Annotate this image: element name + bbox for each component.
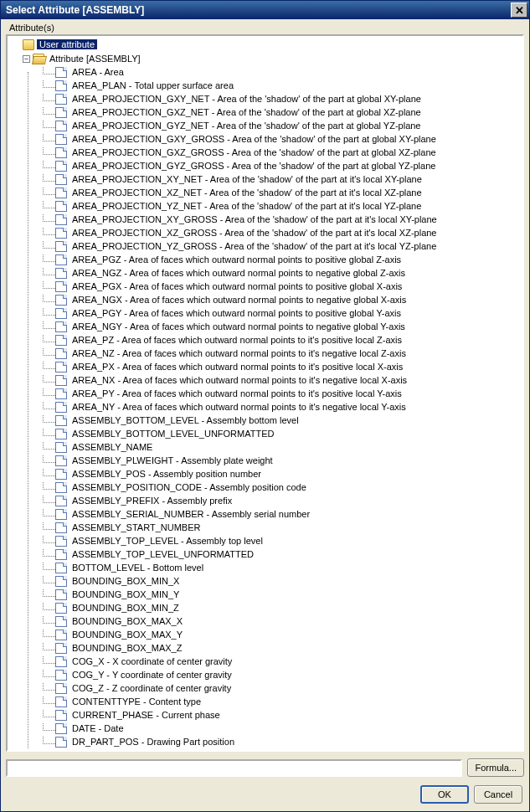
tree-item[interactable]: ASSEMBLY_TOP_LEVEL_UNFORMATTED xyxy=(8,547,522,561)
tree-item[interactable]: AREA_PROJECTION_GXY_NET - Area of the 's… xyxy=(8,92,522,105)
window-title: Select Attribute [ASSEMBLY] xyxy=(6,4,144,16)
tree-item[interactable]: AREA_PROJECTION_GXZ_NET - Area of the 's… xyxy=(8,105,522,119)
tree-item-label: BOUNDING_BOX_MIN_Y xyxy=(69,589,182,599)
tree-item[interactable]: AREA_NGX - Area of faces which outward n… xyxy=(8,293,522,306)
tree-item[interactable]: BOTTOM_LEVEL - Bottom level xyxy=(8,561,522,574)
tree-item[interactable]: ASSEMBLY_POS - Assembly position number xyxy=(8,467,522,481)
tree-item[interactable]: BOUNDING_BOX_MIN_Z xyxy=(8,601,522,614)
tree-item[interactable]: AREA_PZ - Area of faces which outward no… xyxy=(8,333,522,347)
formula-button[interactable]: Formula... xyxy=(467,758,524,777)
tree-item[interactable]: DR_PART_POS - Drawing Part position xyxy=(8,735,522,748)
tree-item[interactable]: ASSEMBLY_PLWEIGHT - Assembly plate weigh… xyxy=(8,454,522,467)
tree-item[interactable]: AREA_PROJECTION_GYZ_GROSS - Area of the … xyxy=(8,159,522,172)
tree-node-attribute-assembly[interactable]: − Attribute [ASSEMBLY] xyxy=(8,52,522,65)
page-icon xyxy=(55,254,67,265)
tree-item[interactable]: ASSEMBLY_TOP_LEVEL - Assembly top level xyxy=(8,534,522,547)
node-label: Attribute [ASSEMBLY] xyxy=(47,54,143,64)
title-bar: Select Attribute [ASSEMBLY] ✕ xyxy=(1,1,529,19)
cancel-button[interactable]: Cancel xyxy=(474,785,522,804)
tree-item[interactable]: AREA_NGZ - Area of faces which outward n… xyxy=(8,266,522,280)
tree-item-label: AREA_PROJECTION_YZ_NET - Area of the 'sh… xyxy=(69,201,424,211)
tree-item[interactable]: CURRENT_PHASE - Current phase xyxy=(8,708,522,722)
tree-item-label: AREA_PLAN - Total upper surface area xyxy=(69,80,236,90)
page-icon xyxy=(55,362,67,373)
tree-item[interactable]: BOUNDING_BOX_MIN_X xyxy=(8,574,522,588)
tree-item[interactable]: CONTENTTYPE - Content type xyxy=(8,695,522,708)
tree-node-user-attribute[interactable]: User attribute xyxy=(8,38,522,51)
tree-item[interactable]: AREA_PROJECTION_XY_NET - Area of the 'sh… xyxy=(8,172,522,186)
page-icon xyxy=(55,134,67,145)
attribute-tree-scroll[interactable]: User attribute − Attribute [ASSEMBLY] AR… xyxy=(8,36,522,750)
tree-item[interactable]: BOUNDING_BOX_MAX_Y xyxy=(8,628,522,641)
close-button[interactable]: ✕ xyxy=(511,3,527,18)
page-icon xyxy=(55,643,67,654)
tree-item[interactable]: AREA_PROJECTION_GYZ_NET - Area of the 's… xyxy=(8,119,522,132)
folder-icon xyxy=(23,39,34,50)
tree-item-label: AREA_NGZ - Area of faces which outward n… xyxy=(69,268,408,278)
page-icon xyxy=(55,281,67,292)
tree-item[interactable]: AREA_PROJECTION_GXZ_GROSS - Area of the … xyxy=(8,146,522,159)
tree-item[interactable]: COG_X - X coordinate of center gravity xyxy=(8,655,522,668)
tree-item[interactable]: AREA_PLAN - Total upper surface area xyxy=(8,79,522,92)
page-icon xyxy=(55,321,67,332)
tree-item[interactable]: BOUNDING_BOX_MIN_Y xyxy=(8,588,522,601)
tree-item[interactable]: AREA_PROJECTION_YZ_NET - Area of the 'sh… xyxy=(8,199,522,213)
attribute-input[interactable] xyxy=(6,759,462,777)
page-icon xyxy=(55,201,67,212)
tree-item-label: AREA_NGX - Area of faces which outward n… xyxy=(69,295,409,305)
tree-item-label: CONTENTTYPE - Content type xyxy=(69,696,203,707)
tree-item[interactable]: ASSEMBLY_NAME xyxy=(8,440,522,454)
tree-item-label: CURRENT_PHASE - Current phase xyxy=(69,710,223,720)
tree-item[interactable]: AREA_PROJECTION_XZ_GROSS - Area of the '… xyxy=(8,226,522,239)
tree-item-label: ASSEMBLY_POSITION_CODE - Assembly positi… xyxy=(69,482,309,492)
tree-item-label: AREA_PROJECTION_GXY_NET - Area of the 's… xyxy=(69,94,424,104)
page-icon xyxy=(55,589,67,600)
tree-item[interactable]: COG_Z - Z coordinate of center gravity xyxy=(8,681,522,695)
tree-item[interactable]: ASSEMBLY_BOTTOM_LEVEL - Assembly bottom … xyxy=(8,414,522,427)
tree-item[interactable]: AREA_PGY - Area of faces which outward n… xyxy=(8,306,522,320)
tree-item-label: AREA_PROJECTION_XY_GROSS - Area of the '… xyxy=(69,214,440,224)
tree-item[interactable]: COG_Y - Y coordinate of center gravity xyxy=(8,668,522,681)
page-icon xyxy=(55,723,67,734)
tree-item[interactable]: ASSEMBLY_POSITION_CODE - Assembly positi… xyxy=(8,481,522,494)
tree-item[interactable]: ASSEMBLY_PREFIX - Assembly prefix xyxy=(8,494,522,507)
tree-item[interactable]: AREA_NX - Area of faces which outward no… xyxy=(8,373,522,387)
page-icon xyxy=(55,737,67,748)
tree-item[interactable]: AREA_PY - Area of faces which outward no… xyxy=(8,387,522,400)
tree-item[interactable]: ASSEMBLY_BOTTOM_LEVEL_UNFORMATTED xyxy=(8,427,522,440)
tree-item[interactable]: AREA_PROJECTION_GXY_GROSS - Area of the … xyxy=(8,132,522,146)
page-icon xyxy=(55,174,67,185)
tree-item[interactable]: AREA_PROJECTION_YZ_GROSS - Area of the '… xyxy=(8,239,522,253)
tree-item[interactable]: DATE - Date xyxy=(8,722,522,735)
tree-item[interactable]: AREA_PGZ - Area of faces which outward n… xyxy=(8,253,522,266)
page-icon xyxy=(55,268,67,279)
tree-item[interactable]: AREA - Area xyxy=(8,65,522,79)
page-icon xyxy=(55,241,67,252)
tree-item[interactable]: BOUNDING_BOX_MAX_X xyxy=(8,614,522,628)
tree-item-label: AREA_PGY - Area of faces which outward n… xyxy=(69,308,404,318)
page-icon xyxy=(55,616,67,627)
tree-item-label: ASSEMBLY_BOTTOM_LEVEL_UNFORMATTED xyxy=(69,429,276,439)
tree-item[interactable]: ASSEMBLY_START_NUMBER xyxy=(8,521,522,534)
dialog-buttons: OK Cancel xyxy=(1,780,529,812)
tree-item-label: AREA_PROJECTION_GXZ_NET - Area of the 's… xyxy=(69,107,424,117)
tree-item[interactable]: AREA_NZ - Area of faces which outward no… xyxy=(8,347,522,360)
page-icon xyxy=(55,94,67,105)
tree-item-label: AREA_PROJECTION_GXY_GROSS - Area of the … xyxy=(69,134,439,144)
tree-item[interactable]: BOUNDING_BOX_MAX_Z xyxy=(8,641,522,655)
collapse-icon[interactable]: − xyxy=(23,55,30,63)
page-icon xyxy=(55,388,67,399)
page-icon xyxy=(55,80,67,91)
page-icon xyxy=(55,549,67,560)
tree-item[interactable]: AREA_PX - Area of faces which outward no… xyxy=(8,360,522,373)
ok-button[interactable]: OK xyxy=(420,785,469,804)
tree-item[interactable]: AREA_PGX - Area of faces which outward n… xyxy=(8,280,522,293)
tree-item[interactable]: AREA_NY - Area of faces which outward no… xyxy=(8,400,522,414)
page-icon xyxy=(55,670,67,681)
tree-item[interactable]: ASSEMBLY_SERIAL_NUMBER - Assembly serial… xyxy=(8,507,522,521)
tree-item-label: ASSEMBLY_TOP_LEVEL - Assembly top level xyxy=(69,536,265,546)
tree-item[interactable]: AREA_NGY - Area of faces which outward n… xyxy=(8,320,522,333)
page-icon xyxy=(55,295,67,306)
tree-item[interactable]: AREA_PROJECTION_XY_GROSS - Area of the '… xyxy=(8,213,522,226)
tree-item[interactable]: AREA_PROJECTION_XZ_NET - Area of the 'sh… xyxy=(8,186,522,199)
